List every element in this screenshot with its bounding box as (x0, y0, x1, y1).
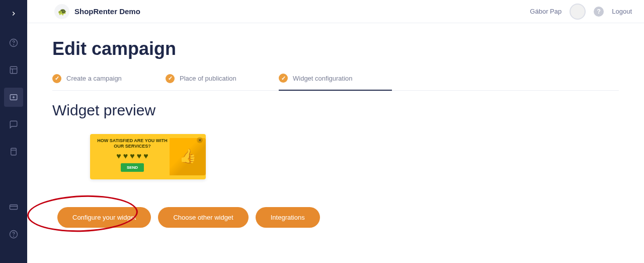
step-widget-configuration[interactable]: ✓ Widget configuration (279, 74, 392, 91)
heart-icon[interactable]: ♥ (130, 152, 135, 161)
question-icon[interactable] (4, 225, 23, 244)
step-label: Widget configuration (293, 75, 353, 82)
card-icon[interactable] (4, 198, 23, 217)
choose-other-widget-button[interactable]: Choose other widget (158, 207, 248, 228)
svg-rect-8 (11, 148, 17, 155)
sidebar-expand-toggle[interactable] (7, 7, 20, 20)
preview-image: 👍 (170, 138, 206, 175)
svg-rect-10 (10, 205, 18, 210)
message-icon[interactable] (4, 115, 23, 134)
integrations-button[interactable]: Integrations (256, 207, 320, 228)
check-icon: ✓ (279, 74, 288, 83)
step-label: Create a campaign (66, 75, 122, 82)
page-title: Edit campaign (52, 38, 619, 59)
heart-icon[interactable]: ♥ (143, 152, 148, 161)
brand[interactable]: 🐢 ShopRenter Demo (54, 4, 140, 19)
heart-icon[interactable]: ♥ (137, 152, 142, 161)
check-icon: ✓ (52, 74, 61, 83)
topbar-help-icon[interactable]: ? (594, 7, 604, 17)
svg-rect-2 (10, 67, 17, 74)
content: Edit campaign ✓ Create a campaign ✓ Plac… (27, 23, 644, 263)
svg-point-13 (14, 236, 14, 236)
main-area: 🐢 ShopRenter Demo Gábor Pap ? Logout Edi… (27, 0, 644, 263)
configure-widget-button[interactable]: Configure your widget (57, 207, 151, 228)
topbar-right: Gábor Pap ? Logout (530, 4, 632, 20)
heart-icon[interactable]: ♥ (116, 152, 121, 161)
help-icon[interactable] (4, 33, 23, 52)
preview-question: HOW SATISFIED ARE YOU WITH OUR SERVICES? (95, 138, 170, 150)
topbar: 🐢 ShopRenter Demo Gábor Pap ? Logout (27, 0, 644, 23)
step-create-campaign[interactable]: ✓ Create a campaign (52, 74, 166, 90)
panel-icon[interactable] (4, 142, 23, 161)
action-row: Configure your widget Choose other widge… (57, 207, 619, 228)
preview-content: HOW SATISFIED ARE YOU WITH OUR SERVICES?… (95, 138, 170, 175)
check-icon: ✓ (166, 74, 175, 83)
step-place-of-publication[interactable]: ✓ Place of publication (166, 74, 279, 90)
section-title: Widget preview (52, 102, 619, 119)
layout-icon[interactable] (4, 60, 23, 80)
steps-nav: ✓ Create a campaign ✓ Place of publicati… (52, 74, 619, 91)
avatar[interactable] (570, 4, 586, 20)
step-label: Place of publication (180, 75, 236, 82)
brand-name: ShopRenter Demo (74, 7, 140, 16)
widget-preview: HOW SATISFIED ARE YOU WITH OUR SERVICES?… (90, 134, 206, 179)
preview-close-icon[interactable]: ✕ (197, 137, 203, 143)
thumbs-up-icon: 👍 (179, 148, 197, 164)
add-widget-icon[interactable] (4, 88, 23, 107)
rating-hearts: ♥ ♥ ♥ ♥ ♥ (116, 152, 148, 161)
sidebar (0, 0, 27, 263)
preview-send-button[interactable]: SEND (121, 163, 144, 172)
logout-link[interactable]: Logout (612, 8, 632, 15)
user-name[interactable]: Gábor Pap (530, 8, 561, 15)
svg-point-1 (14, 44, 14, 45)
brand-logo-icon: 🐢 (54, 4, 69, 19)
heart-icon[interactable]: ♥ (123, 152, 128, 161)
